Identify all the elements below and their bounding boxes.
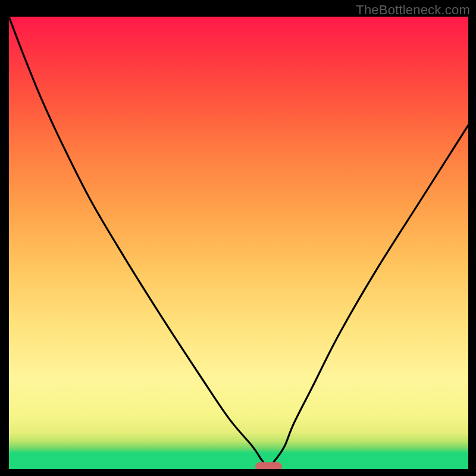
bottleneck-curve bbox=[9, 17, 468, 469]
watermark-text: TheBottleneck.com bbox=[356, 2, 470, 18]
optimal-marker bbox=[255, 462, 282, 469]
chart-frame: TheBottleneck.com bbox=[0, 0, 476, 476]
curve-path bbox=[9, 17, 468, 466]
plot-area bbox=[9, 17, 468, 469]
